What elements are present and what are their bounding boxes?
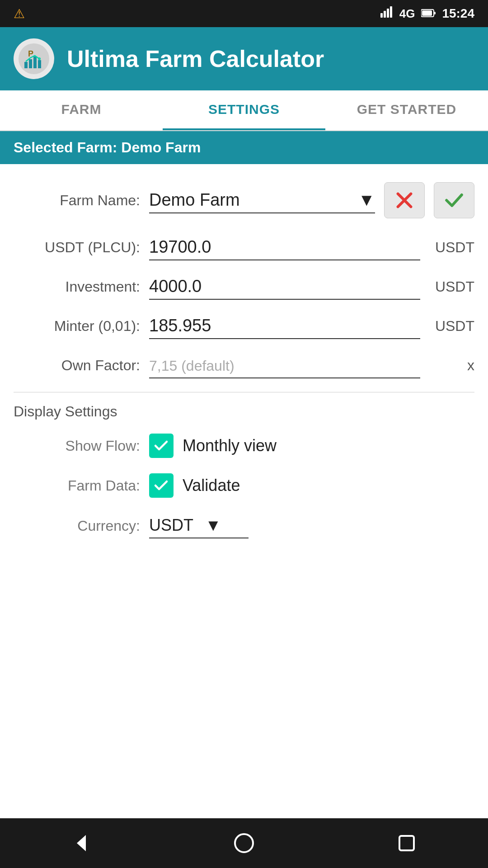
own-factor-input[interactable] [149,353,420,378]
currency-dropdown[interactable]: USDT ▼ [149,513,249,538]
warning-icon: ⚠ [14,6,25,21]
divider [14,392,474,392]
selected-farm-prefix: Selected Farm: [14,139,117,156]
tab-bar: FARM SETTINGS GET STARTED [0,90,488,131]
svg-rect-6 [422,10,432,16]
farm-name-label: Farm Name: [14,192,140,209]
own-factor-unit: x [429,357,474,374]
currency-row: Currency: USDT ▼ [14,513,474,538]
minter-label: Minter (0,01): [14,318,140,335]
tab-get-started[interactable]: GET STARTED [325,90,488,130]
investment-input-wrap [149,274,420,300]
signal-icon [380,6,393,22]
selected-farm-name: Demo Farm [121,139,201,156]
usdt-row: USDT (PLCU): USDT [14,235,474,260]
status-left: ⚠ [14,6,25,21]
svg-marker-16 [77,835,86,851]
currency-value: USDT [149,516,193,535]
svg-rect-10 [29,59,32,68]
battery-icon [421,6,436,21]
svg-rect-5 [434,12,436,14]
minter-unit: USDT [429,318,474,335]
usdt-label: USDT (PLCU): [14,239,140,256]
network-label: 4G [399,7,415,21]
show-flow-checkbox[interactable] [149,434,174,458]
show-flow-text: Monthly view [183,436,277,455]
confirm-button[interactable] [434,182,474,218]
investment-input[interactable] [149,274,420,300]
app-logo: P [14,38,54,79]
svg-rect-9 [24,62,28,68]
svg-point-13 [38,57,41,60]
usdt-input[interactable] [149,235,420,260]
recent-button[interactable] [389,825,425,861]
minter-row: Minter (0,01): USDT [14,313,474,339]
minter-input[interactable] [149,313,420,339]
svg-rect-1 [384,11,386,18]
time-display: 15:24 [442,6,474,21]
farm-name-dropdown[interactable]: Demo Farm ▼ [149,188,375,213]
bottom-nav [0,818,488,868]
home-button[interactable] [226,825,262,861]
usdt-unit: USDT [429,239,474,256]
tab-settings[interactable]: SETTINGS [163,90,325,130]
svg-rect-2 [387,9,389,18]
show-flow-row: Show Flow: Monthly view [14,434,474,458]
own-factor-row: Own Factor: x [14,353,474,378]
show-flow-checkbox-wrap: Monthly view [149,434,277,458]
currency-dropdown-arrow: ▼ [205,516,221,535]
svg-rect-18 [399,836,414,850]
svg-rect-3 [390,6,392,18]
investment-row: Investment: USDT [14,274,474,300]
app-title: Ultima Farm Calculator [67,45,324,72]
svg-rect-0 [380,13,383,18]
own-factor-input-wrap [149,353,420,378]
farm-data-checkbox-wrap: Validate [149,473,240,498]
usdt-input-wrap [149,235,420,260]
farm-name-dropdown-arrow: ▼ [358,190,375,210]
farm-data-checkbox[interactable] [149,473,174,498]
status-right: 4G 15:24 [380,6,474,22]
farm-data-row: Farm Data: Validate [14,473,474,498]
farm-data-text: Validate [183,476,240,495]
tab-farm[interactable]: FARM [0,90,163,130]
minter-input-wrap [149,313,420,339]
show-flow-label: Show Flow: [14,438,140,454]
farm-name-row: Farm Name: Demo Farm ▼ [14,182,474,218]
svg-point-17 [235,834,253,852]
display-settings-title: Display Settings [14,403,474,420]
cancel-button[interactable] [384,182,425,218]
farm-data-label: Farm Data: [14,477,140,494]
content-area: Farm Name: Demo Farm ▼ USDT (PLCU): USDT… [0,164,488,818]
investment-label: Investment: [14,278,140,295]
currency-label: Currency: [14,518,140,534]
status-bar: ⚠ 4G 15:24 [0,0,488,27]
svg-rect-11 [33,57,37,68]
app-header: P Ultima Farm Calculator [0,27,488,90]
svg-rect-12 [38,60,41,68]
own-factor-label: Own Factor: [14,357,140,374]
farm-name-value: Demo Farm [149,190,240,210]
selected-farm-banner: Selected Farm: Demo Farm [0,131,488,164]
investment-unit: USDT [429,278,474,295]
back-button[interactable] [63,825,99,861]
